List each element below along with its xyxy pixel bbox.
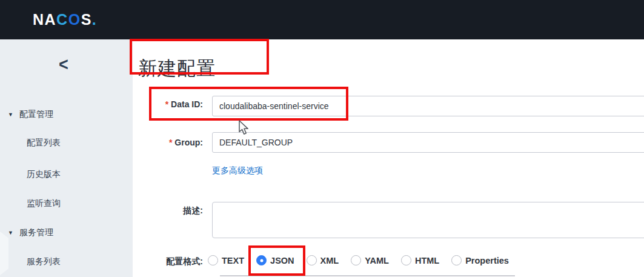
nacos-logo[interactable]: NACOS.	[33, 0, 97, 39]
sidebar-watermark-shape	[0, 232, 8, 275]
description-textarea[interactable]	[212, 202, 644, 238]
radio-circle-icon	[208, 255, 218, 265]
group-label: *Group:	[130, 138, 203, 148]
radio-label: TEXT	[222, 256, 244, 265]
top-header-bar: NACOS.	[0, 0, 644, 39]
page-title: 新建配置	[138, 56, 216, 81]
radio-label: XML	[320, 256, 339, 265]
format-radio-yaml[interactable]: YAML	[351, 255, 389, 265]
logo-text-s: S	[81, 11, 92, 28]
sidebar-section-label: 服务管理	[19, 227, 53, 237]
config-format-radio-group: TEXT JSON XML YAML HTML Properties	[208, 255, 509, 265]
format-radio-xml[interactable]: XML	[307, 255, 339, 265]
format-radio-html[interactable]: HTML	[401, 255, 439, 265]
radio-label: HTML	[415, 256, 439, 265]
radio-circle-icon	[401, 255, 411, 265]
more-advanced-options-link[interactable]: 更多高级选项	[212, 165, 263, 176]
description-label: 描述:	[130, 205, 203, 216]
radio-circle-icon	[307, 255, 317, 265]
radio-circle-icon	[451, 255, 462, 265]
radio-circle-icon	[256, 255, 267, 265]
left-sidebar: < ▼配置管理 配置列表 历史版本 监听查询 ▼服务管理 服务列表	[0, 39, 133, 277]
data-id-input[interactable]	[212, 96, 644, 116]
radio-label: Properties	[465, 256, 509, 265]
required-asterisk: *	[165, 99, 168, 109]
logo-text-c: C	[56, 11, 68, 28]
required-asterisk: *	[169, 138, 172, 147]
data-id-label: *Data ID:	[130, 99, 203, 110]
sidebar-section-label: 配置管理	[19, 109, 53, 119]
logo-text-dot: .	[92, 11, 97, 28]
group-label-text: Group:	[174, 138, 203, 147]
logo-text-o: O	[68, 11, 81, 28]
format-radio-properties[interactable]: Properties	[451, 255, 509, 265]
format-radio-json[interactable]: JSON	[256, 255, 294, 265]
sidebar-collapse-icon[interactable]: <	[59, 54, 68, 75]
group-input[interactable]	[212, 132, 644, 153]
triangle-down-icon: ▼	[8, 109, 13, 120]
logo-text-na: NA	[33, 11, 56, 28]
radio-label: YAML	[365, 256, 389, 265]
radio-circle-icon	[351, 255, 361, 265]
radio-label: JSON	[270, 256, 294, 265]
format-radio-text[interactable]: TEXT	[208, 255, 244, 265]
config-format-label: 配置格式:	[130, 256, 203, 267]
data-id-label-text: Data ID:	[171, 99, 203, 109]
cropped-next-field-edge	[220, 275, 515, 276]
sidebar-item-history-versions[interactable]: 历史版本	[0, 169, 159, 179]
sidebar-section-config-management[interactable]: ▼配置管理	[0, 108, 133, 119]
triangle-down-icon: ▼	[8, 227, 13, 238]
sidebar-section-service-management[interactable]: ▼服务管理	[0, 227, 133, 238]
